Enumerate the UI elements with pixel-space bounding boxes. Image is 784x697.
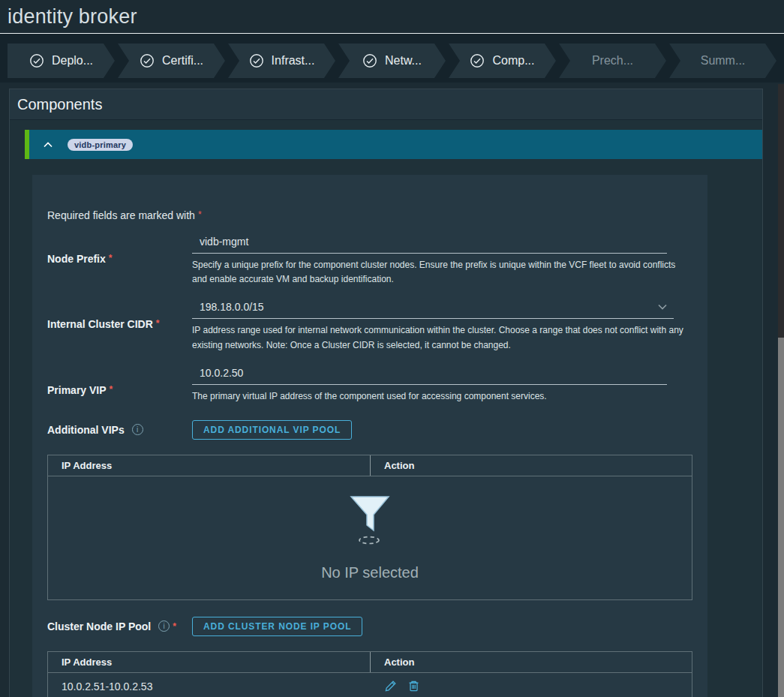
check-circle-icon xyxy=(29,53,44,68)
wizard-step-summary[interactable]: Summ... xyxy=(669,44,776,78)
empty-state: No IP selected xyxy=(48,476,692,599)
wizard-step-label: Prech... xyxy=(592,54,633,68)
cluster-cidr-select[interactable]: 198.18.0.0/15 xyxy=(192,299,674,319)
check-circle-icon xyxy=(249,53,264,68)
column-header-action: Action xyxy=(371,652,692,672)
component-badge: vidb-primary xyxy=(68,139,133,151)
wizard-step-precheck[interactable]: Prech... xyxy=(559,44,666,78)
wizard-step-label: Deplo... xyxy=(52,54,93,68)
required-fields-note: Required fields are marked with* xyxy=(47,209,707,221)
wizard-step-label: Infrast... xyxy=(272,54,315,68)
node-prefix-field: vidb-mgmt Specify a unique prefix for th… xyxy=(192,233,707,287)
cluster-cidr-label: Internal Cluster CIDR* xyxy=(47,299,192,352)
edit-pencil-icon[interactable] xyxy=(384,680,397,692)
section-title: Components xyxy=(17,96,762,113)
wizard-steps: Deplo... Certifi... Infrast... Netw... C… xyxy=(8,44,776,78)
cluster-cidr-field: 198.18.0.0/15 IP address range used for … xyxy=(192,299,707,352)
wizard-step-label: Netw... xyxy=(385,54,422,68)
column-header-action: Action xyxy=(371,455,692,476)
wizard-step-network[interactable]: Netw... xyxy=(338,44,446,78)
cluster-cidr-row: Internal Cluster CIDR* 198.18.0.0/15 IP … xyxy=(47,299,707,352)
required-asterisk: * xyxy=(109,253,113,263)
column-header-ip: IP Address xyxy=(48,652,371,672)
components-card: Components vidb-primary Required fields … xyxy=(9,89,763,697)
accordion-vidb-primary[interactable]: vidb-primary xyxy=(25,130,762,159)
chevron-down-icon xyxy=(657,304,668,311)
chevron-up-icon[interactable] xyxy=(43,141,53,149)
additional-vips-label: Additional VIPs i xyxy=(47,424,192,436)
ip-range-cell: 10.0.2.51-10.0.2.53 xyxy=(48,680,371,692)
required-asterisk: * xyxy=(156,318,160,329)
check-circle-icon xyxy=(362,53,377,68)
funnel-empty-icon xyxy=(348,494,392,548)
wizard-step-deployment[interactable]: Deplo... xyxy=(8,44,115,78)
node-prefix-label: Node Prefix* xyxy=(47,233,192,287)
primary-vip-label: Primary VIP* xyxy=(47,365,192,404)
wizard-step-components[interactable]: Comp... xyxy=(449,44,556,78)
cluster-node-ip-pool-label: Cluster Node IP Pool i * xyxy=(47,620,192,632)
table-row: 10.0.2.51-10.0.2.53 xyxy=(48,673,692,697)
cluster-node-ip-pool-table: IP Address Action 10.0.2.51-10.0.2.53 xyxy=(47,651,692,697)
primary-vip-input[interactable]: 10.0.2.50 xyxy=(192,365,667,385)
empty-state-text: No IP selected xyxy=(321,564,419,581)
components-card-header: Components xyxy=(10,89,762,120)
scrollbar-thumb[interactable] xyxy=(778,338,784,697)
primary-vip-row: Primary VIP* 10.0.2.50 The primary virtu… xyxy=(47,365,707,404)
wizard-step-label: Summ... xyxy=(701,54,746,68)
required-asterisk: * xyxy=(173,621,176,632)
additional-vips-table: IP Address Action No IP selected xyxy=(47,455,692,600)
primary-vip-help: The primary virtual IP address of the co… xyxy=(192,389,691,404)
vertical-scrollbar[interactable] xyxy=(778,84,784,697)
check-circle-icon xyxy=(470,53,485,68)
node-prefix-row: Node Prefix* vidb-mgmt Specify a unique … xyxy=(47,233,707,287)
info-icon[interactable]: i xyxy=(132,424,143,435)
wizard-step-certificates[interactable]: Certifi... xyxy=(118,44,225,78)
column-header-ip: IP Address xyxy=(48,455,371,476)
page-title: identity broker xyxy=(8,5,784,29)
primary-vip-field: 10.0.2.50 The primary virtual IP address… xyxy=(192,365,707,404)
info-icon[interactable]: i xyxy=(158,620,170,632)
wizard-bar: Deplo... Certifi... Infrast... Netw... C… xyxy=(0,34,784,83)
table-header: IP Address Action xyxy=(48,652,692,673)
app-titlebar: identity broker xyxy=(0,0,784,34)
delete-trash-icon[interactable] xyxy=(407,680,420,692)
wizard-step-label: Comp... xyxy=(492,54,534,68)
action-cell xyxy=(371,680,692,692)
wizard-step-label: Certifi... xyxy=(162,54,203,68)
check-circle-icon xyxy=(140,53,155,68)
wizard-step-infrastructure[interactable]: Infrast... xyxy=(228,44,335,78)
node-prefix-help: Specify a unique prefix for the componen… xyxy=(192,258,691,287)
cluster-cidr-help: IP address range used for internal netwo… xyxy=(192,323,691,352)
required-asterisk: * xyxy=(110,384,113,395)
add-cluster-node-ip-pool-button[interactable]: ADD CLUSTER NODE IP POOL xyxy=(192,617,362,636)
additional-vips-row: Additional VIPs i ADD ADDITIONAL VIP POO… xyxy=(47,420,707,440)
add-additional-vip-pool-button[interactable]: ADD ADDITIONAL VIP POOL xyxy=(192,420,352,440)
required-asterisk: * xyxy=(198,209,202,220)
table-header: IP Address Action xyxy=(48,455,692,476)
node-prefix-input[interactable]: vidb-mgmt xyxy=(192,233,667,254)
cluster-node-ip-pool-row: Cluster Node IP Pool i * ADD CLUSTER NOD… xyxy=(47,617,707,636)
component-form: Required fields are marked with* Node Pr… xyxy=(32,175,707,697)
